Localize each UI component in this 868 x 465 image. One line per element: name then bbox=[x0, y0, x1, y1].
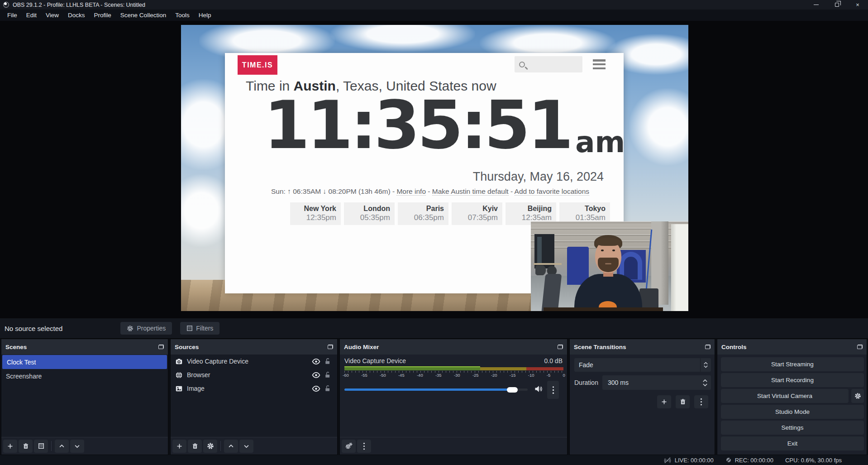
close-button[interactable]: × bbox=[847, 0, 868, 10]
menu-help[interactable]: Help bbox=[194, 10, 216, 21]
clock-ampm: am bbox=[575, 127, 625, 158]
transition-select[interactable]: Fade bbox=[574, 358, 711, 372]
transition-properties-button[interactable] bbox=[694, 395, 708, 408]
menu-edit[interactable]: Edit bbox=[22, 10, 41, 21]
filter-icon bbox=[186, 325, 193, 331]
add-transition-button[interactable] bbox=[657, 395, 671, 408]
duration-input[interactable]: 300 ms bbox=[602, 375, 711, 390]
lock-open-icon[interactable] bbox=[324, 358, 331, 365]
settings-button[interactable]: Settings bbox=[721, 421, 864, 435]
cloud bbox=[330, 25, 475, 52]
menu-view[interactable]: View bbox=[41, 10, 63, 21]
restore-icon bbox=[835, 3, 839, 7]
mixer-menu-button[interactable] bbox=[547, 381, 559, 399]
make-default-link[interactable]: Make Austin time default bbox=[432, 187, 509, 196]
visibility-eye-icon[interactable] bbox=[312, 372, 320, 379]
scenes-panel-title: Scenes bbox=[1, 339, 168, 355]
more-info-link[interactable]: More info bbox=[396, 187, 426, 196]
move-source-down-button[interactable] bbox=[239, 440, 253, 453]
volume-meter bbox=[344, 366, 563, 370]
visibility-eye-icon[interactable] bbox=[312, 358, 320, 365]
add-source-button[interactable] bbox=[172, 440, 186, 453]
popout-icon[interactable] bbox=[328, 345, 333, 349]
search-input[interactable] bbox=[515, 56, 582, 72]
minimize-icon bbox=[814, 5, 819, 5]
properties-button[interactable]: Properties bbox=[120, 322, 172, 335]
city-box-paris[interactable]: Paris 06:35pm bbox=[398, 202, 448, 225]
record-disabled-icon bbox=[725, 457, 732, 463]
city-box-kyiv[interactable]: Kyiv 07:35pm bbox=[452, 202, 502, 225]
source-properties-button[interactable] bbox=[203, 440, 217, 453]
no-source-selected-label: No source selected bbox=[5, 325, 62, 332]
menu-tools[interactable]: Tools bbox=[171, 10, 194, 21]
hamburger-menu-icon[interactable] bbox=[593, 59, 606, 69]
menu-scene-collection[interactable]: Scene Collection bbox=[116, 10, 171, 21]
webcam-overlay bbox=[531, 221, 688, 311]
scene-filters-button[interactable] bbox=[34, 440, 48, 453]
controls-panel: Controls Start Streaming Start Recording… bbox=[717, 339, 867, 455]
mixer-channel-name: Video Capture Device bbox=[344, 357, 406, 364]
status-bar: LIVE: 00:00:00 REC: 00:00:00 CPU: 0.6%, … bbox=[0, 455, 868, 465]
obs-logo-icon bbox=[3, 2, 9, 8]
preview-area: TIME.IS Time in Austin, Texas, United St… bbox=[0, 21, 868, 318]
move-source-up-button[interactable] bbox=[224, 440, 238, 453]
spinner-arrows-icon[interactable] bbox=[701, 379, 711, 387]
city-box-newyork[interactable]: New York 12:35pm bbox=[290, 202, 341, 225]
add-favorite-link[interactable]: Add to favorite locations bbox=[515, 187, 589, 196]
menu-profile[interactable]: Profile bbox=[90, 10, 116, 21]
source-toolbar: No source selected Properties Filters bbox=[0, 318, 868, 339]
start-recording-button[interactable]: Start Recording bbox=[721, 373, 864, 387]
source-item-image[interactable]: Image bbox=[171, 382, 337, 395]
rec-status: REC: 00:00:00 bbox=[725, 457, 773, 464]
lock-open-icon[interactable] bbox=[324, 371, 331, 379]
minimize-button[interactable] bbox=[806, 0, 826, 10]
audio-mixer-panel: Audio Mixer Video Capture Device 0.0 dB … bbox=[339, 339, 568, 455]
popout-icon[interactable] bbox=[158, 345, 164, 349]
volume-row bbox=[344, 381, 563, 399]
source-item-video-capture[interactable]: Video Capture Device bbox=[171, 355, 337, 368]
speaker-icon[interactable] bbox=[534, 384, 544, 393]
exit-button[interactable]: Exit bbox=[721, 436, 864, 451]
visibility-eye-icon[interactable] bbox=[312, 385, 320, 392]
image-icon bbox=[175, 385, 183, 393]
filters-button[interactable]: Filters bbox=[180, 322, 219, 335]
menu-docks[interactable]: Docks bbox=[63, 10, 90, 21]
virtual-camera-settings-button[interactable] bbox=[851, 389, 864, 403]
duration-label: Duration bbox=[574, 379, 598, 386]
cpu-status: CPU: 0.6%, 30.00 fps bbox=[785, 457, 842, 464]
start-streaming-button[interactable]: Start Streaming bbox=[721, 357, 864, 371]
webcam-table bbox=[534, 263, 562, 265]
start-virtual-camera-button[interactable]: Start Virtual Camera bbox=[721, 389, 849, 403]
scene-item-screenshare[interactable]: Screenshare bbox=[1, 369, 168, 383]
scene-transitions-panel: Scene Transitions Fade Duration 300 ms bbox=[569, 339, 715, 455]
remove-source-button[interactable] bbox=[188, 440, 202, 453]
chevron-up-down-icon bbox=[700, 358, 711, 372]
restore-button[interactable] bbox=[826, 0, 847, 10]
scenes-toolbar bbox=[1, 437, 168, 455]
clock-time: 11:35:51 bbox=[264, 92, 571, 158]
city-box-london[interactable]: London 05:35pm bbox=[344, 202, 395, 225]
cloud bbox=[629, 88, 688, 165]
sources-panel: Sources Video Capture Device Browser Ima… bbox=[170, 339, 338, 455]
source-item-browser[interactable]: Browser bbox=[171, 368, 337, 382]
popout-icon[interactable] bbox=[857, 345, 863, 349]
preview-canvas[interactable]: TIME.IS Time in Austin, Texas, United St… bbox=[181, 25, 688, 311]
transition-buttons bbox=[657, 395, 708, 408]
webcam-windows bbox=[671, 224, 688, 311]
studio-mode-button[interactable]: Studio Mode bbox=[721, 405, 864, 419]
mixer-more-button[interactable] bbox=[357, 440, 371, 453]
move-scene-up-button[interactable] bbox=[55, 440, 69, 453]
remove-transition-button[interactable] bbox=[676, 395, 690, 408]
remove-scene-button[interactable] bbox=[19, 440, 33, 453]
move-scene-down-button[interactable] bbox=[70, 440, 84, 453]
popout-icon[interactable] bbox=[558, 345, 563, 349]
timeis-logo[interactable]: TIME.IS bbox=[238, 55, 277, 75]
menu-file[interactable]: File bbox=[3, 10, 22, 21]
popout-icon[interactable] bbox=[705, 345, 711, 349]
volume-slider[interactable] bbox=[344, 388, 528, 391]
lock-open-icon[interactable] bbox=[324, 385, 331, 392]
advanced-audio-icon[interactable] bbox=[342, 440, 356, 453]
add-scene-button[interactable] bbox=[3, 440, 17, 453]
volume-slider-handle[interactable] bbox=[507, 387, 518, 393]
scene-item-clock-test[interactable]: Clock Test bbox=[2, 355, 167, 369]
